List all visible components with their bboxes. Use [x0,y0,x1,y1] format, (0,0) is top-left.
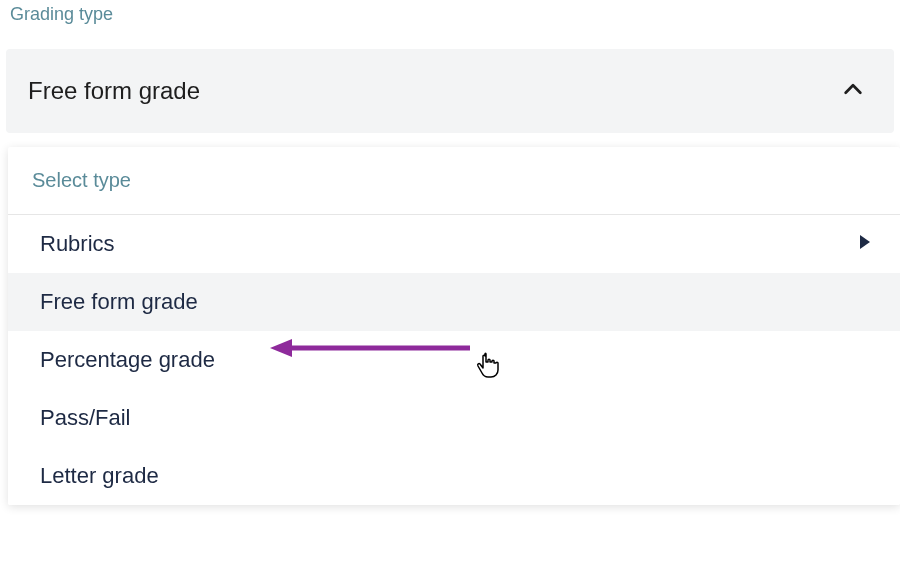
dropdown-option-label: Percentage grade [40,347,215,373]
dropdown-option-label: Rubrics [40,231,115,257]
field-label: Grading type [0,0,900,25]
dropdown-option[interactable]: Free form grade [8,273,900,331]
chevron-up-icon [842,78,864,104]
dropdown-option[interactable]: Rubrics [8,215,900,273]
dropdown-option-label: Letter grade [40,463,159,489]
dropdown-option[interactable]: Percentage grade [8,331,900,389]
dropdown-header: Select type [8,147,900,215]
dropdown-option-label: Free form grade [40,289,198,315]
svg-marker-0 [860,235,870,249]
dropdown-selected-text: Free form grade [28,77,200,105]
dropdown-option[interactable]: Pass/Fail [8,389,900,447]
caret-right-icon [858,235,872,253]
dropdown-option-label: Pass/Fail [40,405,130,431]
dropdown-options-list: RubricsFree form gradePercentage gradePa… [8,215,900,505]
dropdown-option[interactable]: Letter grade [8,447,900,505]
grading-type-dropdown-panel: Select type RubricsFree form gradePercen… [8,147,900,505]
grading-type-dropdown-trigger[interactable]: Free form grade [6,49,894,133]
